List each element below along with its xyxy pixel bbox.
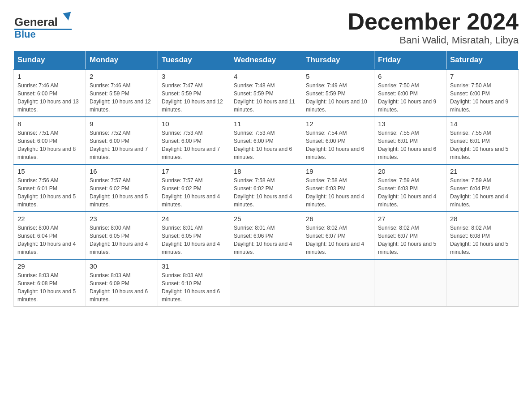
calendar-week-row: 22Sunrise: 8:00 AMSunset: 6:04 PMDayligh… — [14, 212, 519, 259]
day-number: 13 — [378, 120, 442, 128]
table-row: 14Sunrise: 7:55 AMSunset: 6:01 PMDayligh… — [446, 117, 519, 164]
day-info: Sunrise: 7:53 AMSunset: 6:00 PMDaylight:… — [234, 129, 298, 161]
day-info: Sunrise: 7:58 AMSunset: 6:02 PMDaylight:… — [234, 176, 298, 209]
day-number: 5 — [306, 73, 370, 80]
table-row: 7Sunrise: 7:50 AMSunset: 6:00 PMDaylight… — [446, 69, 519, 117]
day-number: 1 — [17, 73, 82, 80]
table-row: 28Sunrise: 8:02 AMSunset: 6:08 PMDayligh… — [446, 212, 519, 259]
table-row: 2Sunrise: 7:46 AMSunset: 5:59 PMDaylight… — [86, 69, 158, 117]
day-number: 25 — [234, 215, 298, 223]
day-info: Sunrise: 8:03 AMSunset: 6:10 PMDaylight:… — [162, 271, 226, 304]
header-saturday: Saturday — [446, 51, 519, 70]
day-info: Sunrise: 7:48 AMSunset: 5:59 PMDaylight:… — [234, 81, 298, 114]
day-number: 17 — [162, 167, 226, 175]
header-wednesday: Wednesday — [230, 51, 302, 70]
table-row: 31Sunrise: 8:03 AMSunset: 6:10 PMDayligh… — [158, 259, 230, 307]
day-info: Sunrise: 7:50 AMSunset: 6:00 PMDaylight:… — [450, 81, 515, 114]
day-info: Sunrise: 8:02 AMSunset: 6:07 PMDaylight:… — [378, 224, 442, 256]
day-number: 16 — [90, 167, 154, 175]
table-row — [374, 259, 446, 307]
header-tuesday: Tuesday — [158, 51, 230, 70]
logo-svg: General Blue — [13, 9, 72, 40]
table-row: 19Sunrise: 7:58 AMSunset: 6:03 PMDayligh… — [302, 164, 374, 212]
header-sunday: Sunday — [14, 51, 86, 70]
page-header: General Blue December 2024 Bani Walid, M… — [13, 9, 519, 46]
table-row: 24Sunrise: 8:01 AMSunset: 6:05 PMDayligh… — [158, 212, 230, 259]
day-info: Sunrise: 8:01 AMSunset: 6:05 PMDaylight:… — [162, 224, 226, 256]
table-row: 22Sunrise: 8:00 AMSunset: 6:04 PMDayligh… — [14, 212, 86, 259]
day-number: 19 — [306, 167, 370, 175]
calendar-title-block: December 2024 Bani Walid, Misratah, Liby… — [348, 9, 519, 46]
day-number: 21 — [450, 167, 515, 175]
day-info: Sunrise: 7:59 AMSunset: 6:04 PMDaylight:… — [450, 176, 515, 209]
day-info: Sunrise: 8:00 AMSunset: 6:05 PMDaylight:… — [90, 224, 154, 256]
day-info: Sunrise: 8:03 AMSunset: 6:09 PMDaylight:… — [90, 271, 154, 304]
day-info: Sunrise: 7:47 AMSunset: 5:59 PMDaylight:… — [162, 81, 226, 114]
table-row: 10Sunrise: 7:53 AMSunset: 6:00 PMDayligh… — [158, 117, 230, 164]
table-row: 11Sunrise: 7:53 AMSunset: 6:00 PMDayligh… — [230, 117, 302, 164]
table-row: 26Sunrise: 8:02 AMSunset: 6:07 PMDayligh… — [302, 212, 374, 259]
table-row: 16Sunrise: 7:57 AMSunset: 6:02 PMDayligh… — [86, 164, 158, 212]
table-row: 1Sunrise: 7:46 AMSunset: 6:00 PMDaylight… — [14, 69, 86, 117]
table-row: 6Sunrise: 7:50 AMSunset: 6:00 PMDaylight… — [374, 69, 446, 117]
table-row: 15Sunrise: 7:56 AMSunset: 6:01 PMDayligh… — [14, 164, 86, 212]
day-info: Sunrise: 8:03 AMSunset: 6:08 PMDaylight:… — [17, 271, 82, 304]
header-friday: Friday — [374, 51, 446, 70]
calendar-header-row: Sunday Monday Tuesday Wednesday Thursday… — [14, 51, 519, 70]
table-row: 20Sunrise: 7:59 AMSunset: 6:03 PMDayligh… — [374, 164, 446, 212]
day-number: 8 — [17, 120, 82, 128]
day-number: 28 — [450, 215, 515, 223]
table-row: 13Sunrise: 7:55 AMSunset: 6:01 PMDayligh… — [374, 117, 446, 164]
day-number: 27 — [378, 215, 442, 223]
day-number: 26 — [306, 215, 370, 223]
calendar-table: Sunday Monday Tuesday Wednesday Thursday… — [13, 51, 519, 307]
day-number: 6 — [378, 73, 442, 80]
day-info: Sunrise: 7:57 AMSunset: 6:02 PMDaylight:… — [90, 176, 154, 209]
calendar-title: December 2024 — [348, 9, 519, 34]
day-info: Sunrise: 8:00 AMSunset: 6:04 PMDaylight:… — [17, 224, 82, 256]
calendar-subtitle: Bani Walid, Misratah, Libya — [348, 34, 519, 46]
calendar-week-row: 29Sunrise: 8:03 AMSunset: 6:08 PMDayligh… — [14, 259, 519, 307]
day-info: Sunrise: 7:51 AMSunset: 6:00 PMDaylight:… — [17, 129, 82, 161]
day-number: 24 — [162, 215, 226, 223]
table-row: 17Sunrise: 7:57 AMSunset: 6:02 PMDayligh… — [158, 164, 230, 212]
day-info: Sunrise: 7:53 AMSunset: 6:00 PMDaylight:… — [162, 129, 226, 161]
day-number: 10 — [162, 120, 226, 128]
day-number: 14 — [450, 120, 515, 128]
day-number: 20 — [378, 167, 442, 175]
svg-text:General: General — [14, 15, 58, 29]
table-row: 5Sunrise: 7:49 AMSunset: 5:59 PMDaylight… — [302, 69, 374, 117]
table-row: 27Sunrise: 8:02 AMSunset: 6:07 PMDayligh… — [374, 212, 446, 259]
day-number: 31 — [162, 262, 226, 270]
day-number: 7 — [450, 73, 515, 80]
logo: General Blue — [13, 9, 72, 40]
day-info: Sunrise: 8:02 AMSunset: 6:07 PMDaylight:… — [306, 224, 370, 256]
day-info: Sunrise: 7:59 AMSunset: 6:03 PMDaylight:… — [378, 176, 442, 209]
day-number: 18 — [234, 167, 298, 175]
table-row: 25Sunrise: 8:01 AMSunset: 6:06 PMDayligh… — [230, 212, 302, 259]
table-row: 30Sunrise: 8:03 AMSunset: 6:09 PMDayligh… — [86, 259, 158, 307]
calendar-week-row: 1Sunrise: 7:46 AMSunset: 6:00 PMDaylight… — [14, 69, 519, 117]
day-info: Sunrise: 7:46 AMSunset: 5:59 PMDaylight:… — [90, 81, 154, 114]
svg-marker-1 — [63, 12, 72, 21]
day-number: 15 — [17, 167, 82, 175]
day-info: Sunrise: 7:52 AMSunset: 6:00 PMDaylight:… — [90, 129, 154, 161]
day-number: 29 — [17, 262, 82, 270]
table-row: 21Sunrise: 7:59 AMSunset: 6:04 PMDayligh… — [446, 164, 519, 212]
day-info: Sunrise: 7:54 AMSunset: 6:00 PMDaylight:… — [306, 129, 370, 161]
day-info: Sunrise: 7:56 AMSunset: 6:01 PMDaylight:… — [17, 176, 82, 209]
day-info: Sunrise: 7:58 AMSunset: 6:03 PMDaylight:… — [306, 176, 370, 209]
table-row: 8Sunrise: 7:51 AMSunset: 6:00 PMDaylight… — [14, 117, 86, 164]
table-row: 29Sunrise: 8:03 AMSunset: 6:08 PMDayligh… — [14, 259, 86, 307]
day-number: 2 — [90, 73, 154, 80]
table-row: 18Sunrise: 7:58 AMSunset: 6:02 PMDayligh… — [230, 164, 302, 212]
day-number: 4 — [234, 73, 298, 80]
header-monday: Monday — [86, 51, 158, 70]
day-info: Sunrise: 8:01 AMSunset: 6:06 PMDaylight:… — [234, 224, 298, 256]
day-info: Sunrise: 7:55 AMSunset: 6:01 PMDaylight:… — [378, 129, 442, 161]
table-row: 3Sunrise: 7:47 AMSunset: 5:59 PMDaylight… — [158, 69, 230, 117]
calendar-week-row: 15Sunrise: 7:56 AMSunset: 6:01 PMDayligh… — [14, 164, 519, 212]
day-info: Sunrise: 7:49 AMSunset: 5:59 PMDaylight:… — [306, 81, 370, 114]
day-info: Sunrise: 8:02 AMSunset: 6:08 PMDaylight:… — [450, 224, 515, 256]
day-info: Sunrise: 7:50 AMSunset: 6:00 PMDaylight:… — [378, 81, 442, 114]
